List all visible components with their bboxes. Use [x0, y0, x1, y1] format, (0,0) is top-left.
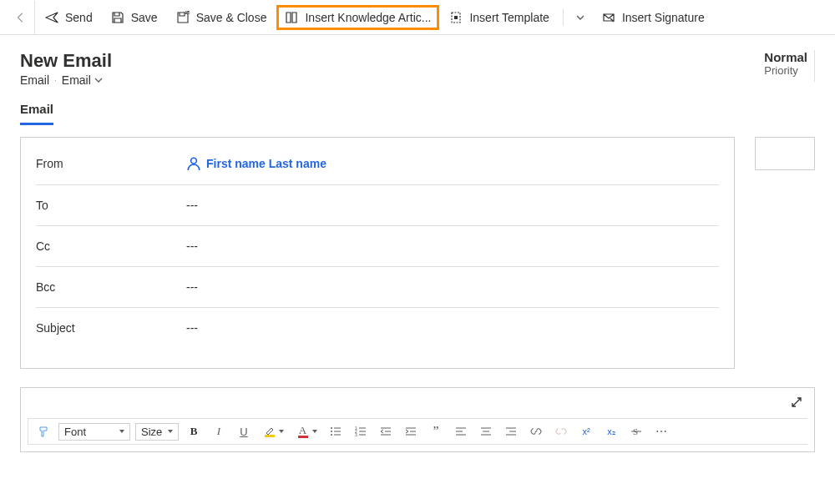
svg-point-4: [331, 431, 332, 432]
align-left-button[interactable]: [451, 422, 471, 441]
indent-button[interactable]: [401, 422, 421, 441]
insert-signature-label: Insert Signature: [622, 11, 705, 24]
number-list-icon: 123: [355, 426, 367, 436]
bullet-list-button[interactable]: [326, 422, 346, 441]
save-close-icon: [176, 11, 190, 24]
priority-label: Priority: [764, 64, 807, 77]
save-icon: [111, 11, 124, 24]
svg-rect-0: [454, 16, 458, 19]
insert-signature-button[interactable]: Insert Signature: [594, 6, 713, 29]
svg-text:3: 3: [355, 432, 357, 436]
align-center-button[interactable]: [476, 422, 496, 441]
priority-field[interactable]: Normal Priority: [756, 50, 815, 82]
to-row: To ---: [36, 185, 719, 226]
link-icon: [530, 426, 542, 436]
person-icon: [186, 156, 201, 171]
from-value-text: First name Last name: [206, 157, 326, 170]
font-color-icon: A: [296, 426, 310, 438]
save-close-label: Save & Close: [196, 11, 267, 24]
svg-point-6: [331, 434, 332, 436]
chevron-down-icon: [94, 76, 103, 84]
header-left: New Email Email · Email: [20, 50, 112, 87]
svg-point-2: [331, 427, 332, 429]
more-formatting-button[interactable]: ⋯: [651, 422, 671, 441]
priority-value: Normal: [764, 50, 807, 64]
email-form-panel: From First name Last name To --- Cc --- …: [20, 137, 735, 369]
save-button[interactable]: Save: [103, 6, 166, 29]
cc-field[interactable]: ---: [186, 239, 719, 253]
size-selector[interactable]: Size: [135, 423, 179, 441]
align-center-icon: [480, 426, 492, 436]
highlight-color-button[interactable]: [259, 422, 287, 441]
template-icon: [449, 11, 463, 24]
side-panel[interactable]: [755, 137, 815, 170]
to-label: To: [36, 199, 186, 212]
save-close-button[interactable]: Save & Close: [168, 6, 276, 29]
outdent-button[interactable]: [376, 422, 396, 441]
subject-label: Subject: [36, 321, 186, 335]
send-button[interactable]: Send: [37, 6, 101, 29]
editor-toolbar: Font Size B I U A 123: [28, 418, 807, 445]
insert-knowledge-button[interactable]: Insert Knowledge Artic...: [276, 5, 439, 30]
chevron-down-icon: [575, 13, 585, 23]
unlink-button[interactable]: [551, 422, 571, 441]
to-field[interactable]: ---: [186, 199, 719, 212]
bcc-field[interactable]: ---: [186, 280, 719, 294]
size-selector-label: Size: [141, 426, 162, 438]
dropdown-caret-icon: [312, 430, 317, 433]
tab-email[interactable]: Email: [20, 102, 53, 125]
underline-button[interactable]: U: [234, 422, 254, 441]
format-painter-button[interactable]: [33, 422, 53, 441]
insert-template-button[interactable]: Insert Template: [441, 6, 557, 29]
breadcrumb-form-label: Email: [62, 73, 91, 87]
signature-icon: [602, 11, 615, 24]
blockquote-button[interactable]: ”: [426, 422, 446, 441]
superscript-button[interactable]: x²: [576, 422, 596, 441]
bold-button[interactable]: B: [184, 422, 204, 441]
font-color-button[interactable]: A: [292, 422, 321, 441]
bullet-list-icon: [330, 426, 342, 436]
expand-icon: [791, 396, 802, 408]
indent-icon: [405, 426, 417, 436]
link-button[interactable]: [526, 422, 546, 441]
subject-field[interactable]: ---: [186, 321, 719, 335]
template-dropdown-button[interactable]: [569, 8, 592, 28]
save-label: Save: [131, 11, 158, 24]
font-selector[interactable]: Font: [58, 423, 130, 441]
breadcrumb: Email · Email: [20, 73, 112, 87]
command-bar: Send Save Save & Close Insert Knowledge …: [0, 0, 835, 35]
dropdown-caret-icon: [168, 430, 173, 433]
expand-editor-button[interactable]: [791, 396, 802, 408]
dropdown-caret-icon: [119, 430, 124, 433]
from-row: From First name Last name: [36, 143, 719, 185]
insert-template-label: Insert Template: [469, 11, 549, 24]
insert-knowledge-label: Insert Knowledge Artic...: [305, 11, 431, 24]
page-title: New Email: [20, 50, 112, 72]
form-content: From First name Last name To --- Cc --- …: [0, 125, 835, 369]
toolbar-separator: [563, 9, 564, 26]
breadcrumb-entity: Email: [20, 73, 49, 87]
unlink-icon: [555, 426, 567, 436]
strikethrough-button[interactable]: S: [626, 422, 646, 441]
page-header: New Email Email · Email Normal Priority: [0, 35, 835, 87]
number-list-button[interactable]: 123: [351, 422, 371, 441]
align-right-button[interactable]: [501, 422, 521, 441]
back-button[interactable]: [7, 1, 35, 34]
dropdown-caret-icon: [279, 430, 284, 433]
from-label: From: [36, 157, 186, 170]
strikethrough-icon: S: [630, 426, 642, 436]
book-icon: [285, 11, 298, 24]
from-field[interactable]: First name Last name: [186, 156, 719, 171]
send-icon: [45, 11, 58, 24]
highlight-icon: [263, 426, 276, 437]
back-arrow-icon: [15, 12, 27, 23]
bcc-label: Bcc: [36, 280, 186, 294]
breadcrumb-form-selector[interactable]: Email: [62, 73, 103, 87]
cc-row: Cc ---: [36, 226, 719, 267]
align-left-icon: [455, 426, 467, 436]
font-selector-label: Font: [64, 426, 86, 438]
italic-button[interactable]: I: [209, 422, 229, 441]
subscript-button[interactable]: x₂: [601, 422, 621, 441]
subject-row: Subject ---: [36, 308, 719, 348]
rich-text-editor: Font Size B I U A 123: [20, 387, 815, 452]
